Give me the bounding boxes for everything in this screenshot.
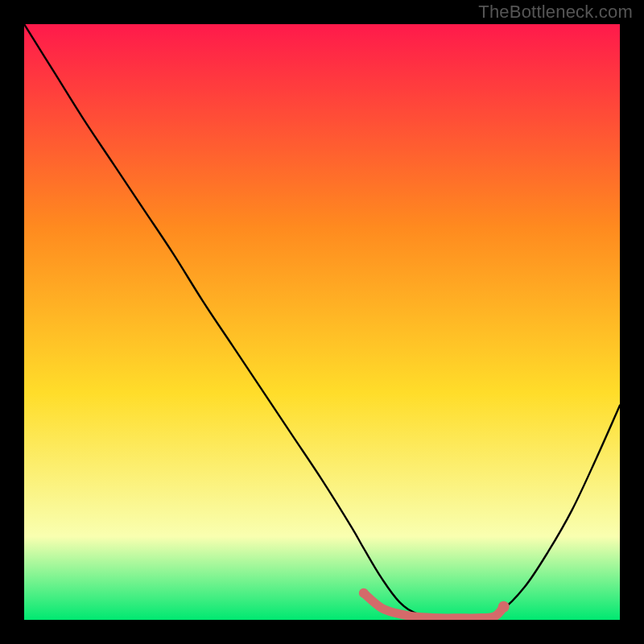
plot-area xyxy=(24,24,620,620)
chart-svg xyxy=(24,24,620,620)
optimal-start-dot xyxy=(359,588,369,598)
watermark-text: TheBottleneck.com xyxy=(478,2,633,23)
gradient-background xyxy=(24,24,620,620)
optimal-end-dot xyxy=(498,601,510,613)
chart-frame: TheBottleneck.com xyxy=(0,0,644,644)
